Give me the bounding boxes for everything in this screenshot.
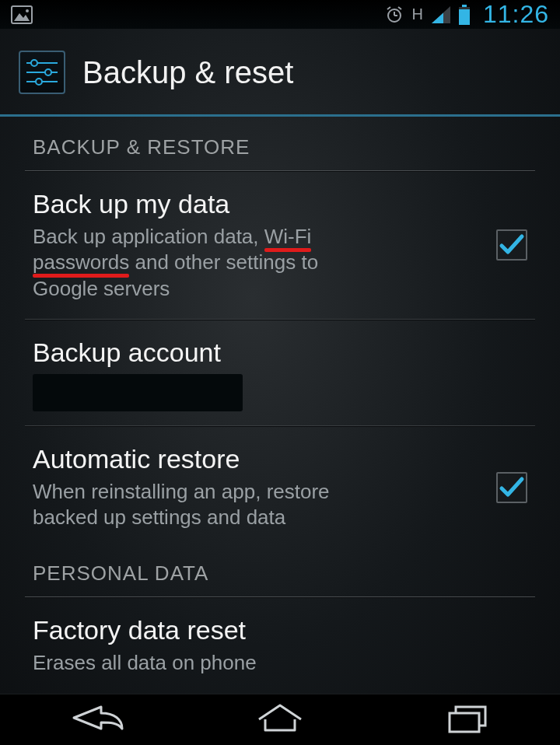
- svg-point-16: [31, 60, 37, 66]
- svg-point-18: [36, 79, 42, 85]
- page-header: Backup & reset: [0, 29, 560, 117]
- svg-line-7: [398, 7, 401, 9]
- recents-icon: [443, 702, 490, 736]
- item-subtitle: Erases all data on phone: [33, 650, 527, 676]
- svg-marker-1: [14, 13, 30, 21]
- item-title: Backup account: [33, 338, 527, 368]
- section-personal-data: PERSONAL DATA: [0, 547, 560, 596]
- svg-line-6: [387, 7, 390, 9]
- svg-rect-10: [462, 5, 467, 7]
- svg-rect-20: [450, 713, 479, 732]
- svg-point-17: [45, 69, 51, 75]
- signal-icon: [432, 6, 450, 23]
- alarm-icon: [385, 5, 404, 24]
- network-type-label: H: [411, 5, 423, 23]
- annotation-passwords: passwords: [33, 250, 129, 274]
- item-backup-my-data[interactable]: Back up my data Back up application data…: [0, 172, 560, 319]
- annotation-wifi: Wi-Fi: [264, 225, 312, 248]
- item-title: Factory data reset: [33, 615, 527, 645]
- nav-home-button[interactable]: [187, 694, 373, 745]
- svg-point-2: [26, 9, 29, 12]
- item-subtitle: Back up application data, Wi-Fi password…: [33, 224, 367, 302]
- svg-rect-12: [459, 9, 470, 25]
- status-bar[interactable]: H 11:26: [0, 0, 560, 29]
- sliders-icon: [19, 51, 65, 94]
- item-factory-data-reset[interactable]: Factory data reset Erases all data on ph…: [0, 598, 560, 693]
- checkbox-backup-my-data[interactable]: [496, 229, 527, 261]
- picture-icon: [11, 5, 33, 24]
- item-automatic-restore[interactable]: Automatic restore When reinstalling an a…: [0, 427, 560, 548]
- backup-account-value-redacted: [33, 374, 243, 411]
- nav-recents-button[interactable]: [373, 694, 560, 745]
- home-icon: [253, 702, 307, 736]
- checkbox-automatic-restore[interactable]: [496, 472, 527, 503]
- item-title: Automatic restore: [33, 444, 481, 474]
- page-title: Backup & reset: [82, 55, 293, 90]
- nav-back-button[interactable]: [0, 694, 187, 745]
- item-subtitle: When reinstalling an app, restore backed…: [33, 479, 367, 531]
- battery-icon: [458, 5, 471, 25]
- section-backup-restore: BACKUP & RESTORE: [0, 117, 560, 170]
- back-icon: [58, 702, 128, 736]
- status-clock: 11:26: [483, 0, 549, 29]
- item-backup-account[interactable]: Backup account: [0, 320, 560, 425]
- item-title: Back up my data: [33, 189, 481, 219]
- navigation-bar: [0, 694, 560, 745]
